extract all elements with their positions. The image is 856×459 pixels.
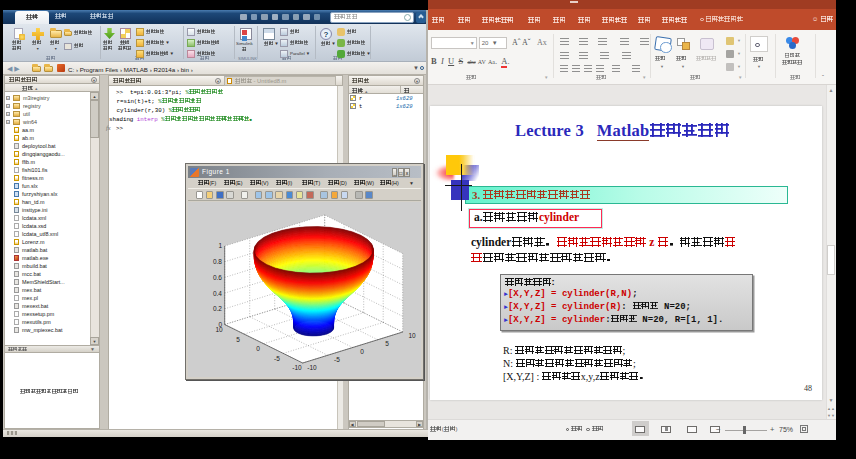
- svg-text:0.6: 0.6: [213, 273, 222, 280]
- svg-text:0: 0: [256, 344, 260, 351]
- svg-text:1: 1: [218, 241, 222, 248]
- svg-text:-10: -10: [292, 363, 302, 370]
- svg-text:0.2: 0.2: [213, 304, 222, 311]
- svg-text:5: 5: [385, 339, 389, 346]
- svg-text:0: 0: [360, 347, 364, 354]
- svg-text:0.8: 0.8: [213, 257, 222, 264]
- svg-text:-5: -5: [274, 354, 280, 361]
- svg-text:-5: -5: [334, 355, 340, 362]
- svg-text:5: 5: [236, 335, 240, 342]
- svg-text:10: 10: [408, 331, 416, 338]
- svg-text:0.4: 0.4: [213, 289, 222, 296]
- svg-text:10: 10: [215, 325, 223, 332]
- svg-text:-10: -10: [307, 363, 317, 370]
